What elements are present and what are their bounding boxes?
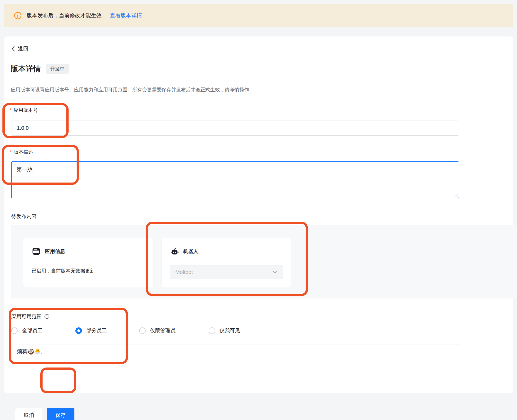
radio-circle	[209, 327, 215, 334]
back-button[interactable]: 返回	[11, 45, 28, 52]
app-info-title: 应用信息	[45, 248, 65, 255]
radio-circle	[75, 327, 82, 334]
view-version-link[interactable]: 查看版本详情	[110, 12, 142, 19]
page-title: 版本详情	[11, 64, 41, 74]
version-description-wrap: 第一版	[11, 161, 459, 198]
required-asterisk: *	[10, 107, 12, 113]
version-detail-page: 版本发布后，当前修改才能生效 查看版本详情 返回 版本详情 开发中 应用版本可设…	[0, 0, 517, 420]
save-button[interactable]: 保存	[47, 408, 74, 420]
cancel-button[interactable]: 取消	[15, 408, 43, 420]
app-window-icon	[32, 247, 41, 256]
scope-row: 应用可用范围	[11, 313, 50, 320]
radio-option-partial-staff[interactable]: 部分员工	[75, 327, 107, 334]
members-input[interactable]	[11, 344, 459, 359]
radio-option-admin-only[interactable]: 仅限管理员	[139, 327, 176, 334]
robot-select[interactable]: Moltbot	[170, 265, 283, 279]
radio-circle	[11, 327, 18, 334]
banner-text: 版本发布后，当前修改才能生效	[27, 12, 102, 19]
title-row: 版本详情 开发中	[11, 64, 69, 74]
info-circle-icon	[14, 11, 22, 20]
required-asterisk: *	[10, 149, 12, 155]
version-description-textarea[interactable]: 第一版	[11, 161, 459, 198]
app-info-status: 已启用，当前版本无数据更新	[32, 268, 95, 274]
version-number-label: * 应用版本号	[10, 107, 38, 114]
chevron-down-icon	[273, 271, 277, 274]
version-number-input[interactable]	[11, 121, 459, 136]
radio-circle	[139, 327, 146, 334]
scope-label: 应用可用范围	[11, 313, 42, 320]
page-description: 应用版本可设置应用版本号、应用能力和应用可用范围，所有变更需要保存并发布后才会正…	[11, 87, 249, 93]
info-banner: 版本发布后，当前修改才能生效 查看版本详情	[4, 4, 513, 27]
radio-option-all-staff[interactable]: 全部员工	[11, 327, 43, 334]
info-icon[interactable]	[44, 314, 50, 319]
back-label: 返回	[18, 45, 28, 52]
chevron-left-icon	[11, 45, 15, 52]
app-info-card: 应用信息 已启用，当前版本无数据更新	[23, 237, 153, 288]
pending-panel: 应用信息 已启用，当前版本无数据更新	[11, 225, 517, 298]
robot-card: 机器人 Moltbot	[161, 237, 291, 288]
robot-title: 机器人	[183, 248, 198, 255]
version-description-label: * 版本描述	[10, 149, 33, 155]
robot-icon	[170, 247, 179, 256]
pending-section-label: 待发布内容	[11, 213, 37, 220]
radio-option-only-me[interactable]: 仅我可见	[209, 327, 240, 334]
status-badge: 开发中	[46, 64, 69, 74]
robot-select-value: Moltbot	[175, 269, 193, 275]
main-card: 返回 版本详情 开发中 应用版本可设置应用版本号、应用能力和应用可用范围，所有变…	[4, 36, 513, 393]
